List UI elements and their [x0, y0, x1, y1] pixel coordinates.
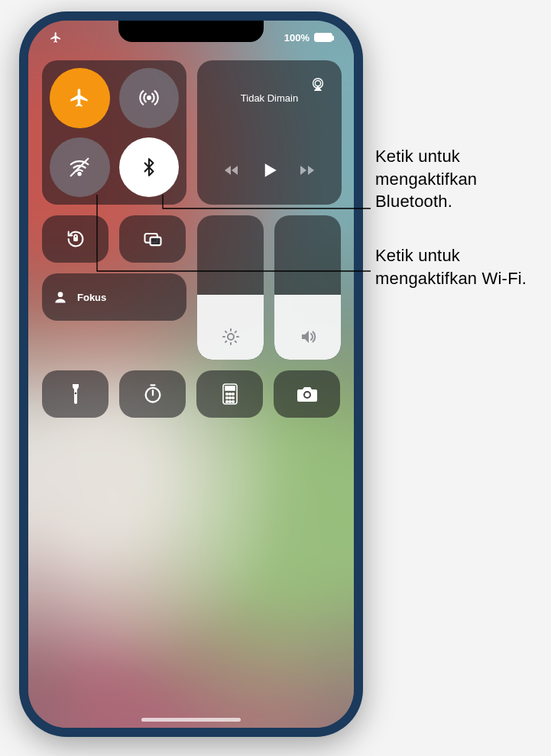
brightness-slider[interactable] [197, 215, 264, 360]
svg-point-28 [229, 397, 231, 399]
focus-button[interactable]: Fokus [42, 273, 186, 321]
previous-track-button[interactable] [222, 161, 241, 179]
airplay-icon[interactable] [310, 76, 326, 92]
battery-pct: 100% [284, 32, 310, 44]
wifi-button[interactable] [50, 137, 110, 198]
callout-bluetooth: Ketik untuk mengaktifkan Bluetooth. [375, 145, 551, 213]
airplane-status-icon [50, 31, 62, 44]
svg-point-8 [58, 292, 63, 297]
play-button[interactable] [258, 159, 281, 182]
callouts: Ketik untuk mengaktifkan Bluetooth. Keti… [375, 0, 551, 382]
media-tile[interactable]: Tidak Dimain [197, 60, 342, 205]
volume-slider[interactable] [274, 215, 341, 360]
svg-line-13 [235, 341, 235, 342]
svg-point-26 [232, 393, 234, 396]
person-icon [53, 289, 68, 305]
svg-point-27 [225, 397, 228, 399]
media-title: Tidak Dimain [241, 92, 298, 104]
screen-mirroring-button[interactable] [119, 215, 186, 263]
svg-point-34 [305, 393, 310, 397]
battery-icon [314, 33, 332, 42]
svg-point-32 [232, 401, 234, 403]
control-center: Tidak Dimain [42, 60, 342, 428]
svg-rect-7 [150, 237, 160, 246]
svg-point-31 [229, 401, 231, 403]
svg-line-16 [225, 341, 225, 342]
flashlight-button[interactable] [42, 370, 109, 418]
svg-point-29 [232, 397, 234, 399]
svg-rect-23 [225, 386, 235, 390]
svg-point-24 [225, 393, 228, 396]
callout-wifi: Ketik untuk mengaktifkan Wi-Fi. [375, 244, 551, 289]
bluetooth-button[interactable] [119, 137, 180, 198]
timer-button[interactable] [119, 370, 186, 418]
svg-point-4 [315, 80, 320, 86]
volume-icon [299, 328, 317, 346]
brightness-icon [222, 328, 240, 346]
calculator-button[interactable] [196, 370, 263, 418]
svg-point-9 [228, 334, 234, 340]
screen: 100% [28, 21, 354, 728]
svg-point-0 [147, 96, 151, 99]
svg-point-25 [229, 393, 231, 396]
svg-point-30 [225, 401, 228, 403]
camera-button[interactable] [274, 370, 340, 418]
orientation-lock-button[interactable] [42, 215, 109, 263]
notch [118, 21, 264, 42]
next-track-button[interactable] [298, 161, 316, 179]
phone-frame: 100% [19, 11, 363, 737]
svg-point-1 [79, 173, 81, 175]
svg-line-17 [235, 331, 235, 332]
connectivity-tile[interactable] [42, 60, 186, 205]
svg-line-12 [225, 331, 225, 332]
airplane-mode-button[interactable] [50, 68, 110, 128]
home-indicator[interactable] [141, 718, 241, 722]
svg-point-18 [74, 393, 76, 395]
focus-label: Fokus [77, 292, 106, 303]
cellular-data-button[interactable] [119, 68, 180, 128]
